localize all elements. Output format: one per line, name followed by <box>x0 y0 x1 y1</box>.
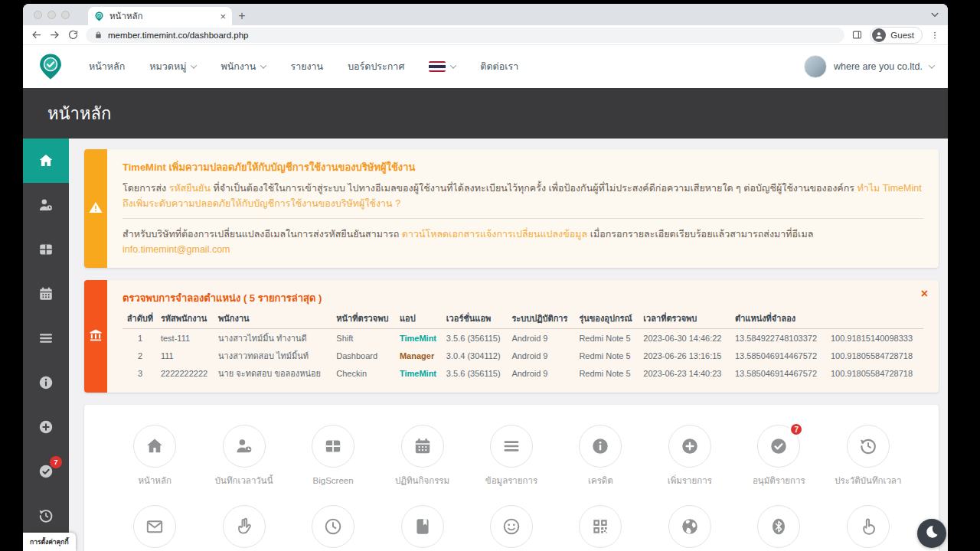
table-cell: TimeMint <box>397 329 443 347</box>
download-doc-link[interactable]: ดาวน์โหลดเอกสารแจ้งการเปลี่ยนแปลงข้อมูล <box>402 229 587 240</box>
victory-hand-icon <box>234 517 254 536</box>
sidebar-item-add[interactable] <box>23 405 69 449</box>
finger-scan-icon <box>858 517 878 536</box>
shortcut-clock-in-today[interactable]: บันทึกเวลาวันนี้ <box>199 425 288 487</box>
shortcut-finger-scan[interactable]: สแกนลายนิ้วมือ <box>824 505 913 551</box>
shortcut-label: BigScreen <box>313 476 354 487</box>
refresh-icon[interactable] <box>67 29 79 41</box>
shortcut-circle <box>133 505 176 548</box>
sidebar-item-time-today[interactable] <box>23 183 69 227</box>
browser-window: หน้าหลัก × + member.timemin <box>23 4 948 551</box>
shortcut-bigscreen[interactable]: BigScreen <box>289 425 377 487</box>
notification-badge: 7 <box>50 456 62 468</box>
sidebar-item-items[interactable] <box>23 316 69 360</box>
browser-profile-button[interactable]: Guest <box>870 27 923 44</box>
thai-flag-icon <box>429 61 446 72</box>
table-cell: Manager <box>397 347 443 364</box>
plus-icon <box>680 436 700 456</box>
browser-menu-icon[interactable] <box>929 30 940 41</box>
table-cell: 2 <box>122 347 158 364</box>
shortcut-circle <box>579 425 622 468</box>
menu-lines-icon <box>38 330 54 347</box>
alert-title: ตรวจพบการจำลองตำแหน่ง ( 5 รายการล่าสุด ) <box>122 290 923 306</box>
close-tab-icon[interactable]: × <box>220 11 226 21</box>
back-icon[interactable] <box>31 29 42 41</box>
nav-item-employees[interactable]: พนักงาน <box>220 59 266 74</box>
warning-text: เมื่อกรอกรายละเอียดเรียบร้อยแล้วสามารถส่… <box>587 229 813 240</box>
shortcut-label: ปฏิทินกิจกรรม <box>395 476 449 487</box>
page-title: หน้าหลัก <box>47 100 111 127</box>
shortcut-leave-history[interactable]: ประวัติบันทึกการลา <box>110 505 199 551</box>
sidebar-item-bigscreen[interactable] <box>23 227 69 272</box>
shortcut-time-history[interactable]: ประวัติบันทึกเวลา <box>824 425 913 487</box>
cookie-settings-button[interactable]: การตั้งค่าคุกกี้ <box>23 533 76 551</box>
nav-item-reports[interactable]: รายงาน <box>290 59 323 74</box>
shortcut-approve[interactable]: 7อนุมัติรายการ <box>734 425 823 487</box>
envelope-icon <box>145 517 165 536</box>
nav-item-board[interactable]: บอร์ดประกาศ <box>348 59 404 74</box>
shortcut-list-data[interactable]: ข้อมูลรายการ <box>467 425 556 487</box>
window-close-button[interactable] <box>34 11 42 19</box>
warning-title: TimeMint เพิ่มความปลอดภัยให้กับบัญชีการใ… <box>122 159 923 175</box>
moon-icon <box>924 524 939 543</box>
nav-item-home[interactable]: หน้าหลัก <box>89 59 125 74</box>
nav-item-contact[interactable]: ติดต่อเรา <box>480 59 518 74</box>
table-cell: 3.0.4 (304112) <box>443 347 509 364</box>
window-zoom-button[interactable] <box>61 11 70 19</box>
sidebar-item-history[interactable] <box>23 494 69 538</box>
shortcut-label: อนุมัติรายการ <box>753 476 805 487</box>
shortcut-location-coords[interactable]: พิกัดสถานที่ <box>645 505 734 551</box>
shortcut-annual-holiday[interactable]: วันหยุดประจำปี <box>467 505 556 551</box>
shortcut-beacon[interactable]: สัญญาณบีคอน <box>734 505 823 551</box>
desktop-background: หน้าหลัก × + member.timemin <box>0 0 980 551</box>
company-avatar <box>804 55 827 78</box>
info-icon <box>38 374 54 391</box>
shortcut-home[interactable]: หน้าหลัก <box>110 425 199 487</box>
grid-icon <box>323 436 343 456</box>
shortcut-label: ประวัติบันทึกเวลา <box>835 476 901 487</box>
table-cell: Android 9 <box>508 347 576 364</box>
shortcut-circle <box>847 505 890 548</box>
shortcut-overtime-history[interactable]: ประวัติการทำงานล่วงเวลา <box>199 505 288 551</box>
nav-item-language[interactable] <box>429 61 456 72</box>
table-cell: 100.91815140098333 <box>828 329 923 347</box>
table-cell: 3.5.6 (356115) <box>443 364 509 382</box>
url-bar[interactable]: member.timemint.co/dashboard.php <box>86 28 844 43</box>
close-icon[interactable]: × <box>921 288 928 300</box>
table-cell: 111 <box>158 347 215 364</box>
shortcut-credit[interactable]: เครดิต <box>556 425 645 487</box>
timemint-logo-icon[interactable] <box>37 51 64 82</box>
chevron-down-icon <box>260 62 266 68</box>
qr-code-icon <box>590 517 610 536</box>
shortcut-location-qr[interactable]: รหัสคิวอาร์สถานที่ <box>556 505 645 551</box>
tabstrip-chevron-icon[interactable] <box>928 8 942 21</box>
shortcut-time-adjust-history[interactable]: ประวัติปรับปรุงเวลา <box>289 505 377 551</box>
browser-tab-strip: หน้าหลัก × + <box>23 4 948 25</box>
shortcut-activity-calendar[interactable]: ปฏิทินกิจกรรม <box>377 425 466 487</box>
column-header: รุ่นของอุปกรณ์ <box>576 310 640 329</box>
table-cell: 100.91805584728718 <box>828 364 923 382</box>
company-account-button[interactable]: where are you co.ltd. <box>804 55 934 78</box>
shortcut-add-entry[interactable]: เพิ่มรายการ <box>645 425 734 487</box>
dark-mode-toggle[interactable] <box>917 519 946 548</box>
nav-item-categories[interactable]: หมวดหมู่ <box>149 59 196 74</box>
window-controls[interactable] <box>32 4 77 25</box>
shortcut-circle <box>312 425 354 468</box>
sidebar-item-calendar[interactable] <box>23 272 69 316</box>
table-cell: 2023-06-26 13:16:15 <box>640 347 732 364</box>
shortcut-circle <box>579 505 622 548</box>
window-minimize-button[interactable] <box>47 11 56 19</box>
email-link[interactable]: info.timemint@gmail.com <box>122 244 230 255</box>
shortcut-shift-adjust-history[interactable]: ประวัติปรับปรุงกะทำงาน <box>377 505 466 551</box>
nav-item-label: หน้าหลัก <box>89 59 125 74</box>
side-panel-icon[interactable] <box>851 29 863 41</box>
forward-icon[interactable] <box>49 29 60 41</box>
sidebar-item-credit[interactable] <box>23 360 69 405</box>
warning-paragraph-2: สำหรับบริษัทที่ต้องการเปลี่ยนแปลงอีเมลใน… <box>122 227 923 257</box>
sidebar-item-home[interactable] <box>23 139 69 183</box>
shortcut-circle <box>401 505 444 548</box>
shortcut-circle <box>312 505 354 548</box>
new-tab-button[interactable]: + <box>232 7 252 25</box>
browser-tab[interactable]: หน้าหลัก × <box>88 7 232 25</box>
sidebar-item-approve[interactable]: 7 <box>23 449 69 494</box>
